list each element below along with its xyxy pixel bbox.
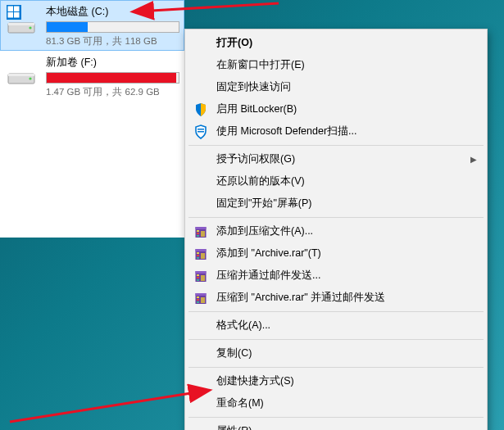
rar-icon (193, 224, 208, 239)
usage-fill (47, 73, 176, 83)
menu-item[interactable]: 格式化(A)... (187, 315, 485, 337)
menu-item[interactable]: 授予访问权限(G)▶ (187, 148, 485, 170)
menu-item-label: 在新窗口中打开(E) (216, 58, 477, 72)
drive-info: 本地磁盘 (C:)81.3 GB 可用，共 118 GB (46, 3, 179, 48)
menu-item-label: 固定到"开始"屏幕(P) (216, 197, 477, 210)
svg-rect-9 (8, 74, 34, 76)
svg-rect-18 (201, 231, 205, 237)
svg-rect-17 (197, 235, 199, 237)
usage-bar (46, 72, 179, 84)
svg-rect-28 (197, 277, 199, 278)
menu-item-label: 添加到 "Archive.rar"(T) (216, 247, 477, 260)
svg-rect-29 (197, 279, 199, 281)
svg-rect-6 (8, 23, 34, 25)
menu-item[interactable]: 压缩并通过邮件发送... (187, 265, 485, 287)
svg-line-39 (10, 393, 191, 422)
svg-rect-11 (198, 129, 204, 130)
drive-item[interactable]: 本地磁盘 (C:)81.3 GB 可用，共 118 GB (0, 0, 184, 51)
drive-name: 新加卷 (F:) (46, 56, 179, 70)
menu-item[interactable]: 打开(O) (187, 32, 485, 54)
menu-separator (188, 339, 484, 340)
menu-separator (188, 311, 484, 312)
menu-item-label: 打开(O) (216, 36, 477, 50)
menu-item-label: 属性(R) (216, 424, 477, 430)
svg-point-10 (29, 77, 31, 79)
svg-rect-14 (196, 227, 207, 229)
shield-blue-icon (193, 102, 208, 117)
menu-item[interactable]: 属性(R) (187, 420, 485, 430)
menu-item-label: 创建快捷方式(S) (216, 374, 477, 388)
svg-rect-21 (197, 252, 199, 254)
svg-rect-22 (197, 255, 199, 256)
menu-item-label: 固定到快速访问 (216, 80, 477, 94)
svg-rect-32 (196, 293, 207, 296)
drive-info: 新加卷 (F:)1.47 GB 可用，共 62.9 GB (46, 54, 179, 98)
svg-rect-23 (197, 257, 199, 259)
svg-rect-27 (197, 274, 199, 276)
menu-item-label: 使用 Microsoft Defender扫描... (216, 124, 477, 138)
svg-rect-20 (196, 249, 207, 251)
menu-item[interactable]: 创建快捷方式(S) (187, 370, 485, 392)
menu-item-label: 授予访问权限(G) (216, 152, 470, 166)
menu-separator (188, 367, 484, 368)
svg-rect-34 (197, 299, 199, 301)
svg-rect-16 (197, 233, 199, 234)
svg-rect-35 (197, 301, 199, 303)
svg-rect-1 (8, 7, 14, 12)
svg-rect-33 (197, 296, 199, 298)
menu-item-label: 还原以前的版本(V) (216, 174, 477, 188)
menu-item[interactable]: 复制(C) (187, 342, 485, 364)
menu-item-label: 压缩并通过邮件发送... (216, 269, 477, 283)
menu-item[interactable]: 压缩到 "Archive.rar" 并通过邮件发送 (187, 287, 485, 309)
svg-rect-24 (201, 253, 205, 259)
svg-rect-15 (197, 230, 199, 232)
chevron-right-icon: ▶ (470, 155, 477, 164)
menu-item-label: 格式化(A)... (216, 319, 477, 333)
menu-item-label: 添加到压缩文件(A)... (216, 224, 477, 238)
usage-fill (47, 22, 88, 32)
menu-item[interactable]: 添加到 "Archive.rar"(T) (187, 242, 485, 265)
menu-separator (188, 217, 484, 218)
blank-icon (193, 36, 208, 51)
drive-icon (5, 3, 38, 36)
drive-icon (5, 54, 38, 87)
menu-item[interactable]: 使用 Microsoft Defender扫描... (187, 120, 485, 143)
menu-item-label: 压缩到 "Archive.rar" 并通过邮件发送 (216, 291, 477, 305)
blank-icon (193, 346, 208, 361)
menu-item[interactable]: 添加到压缩文件(A)... (187, 220, 485, 242)
blank-icon (193, 80, 208, 95)
drive-stats: 81.3 GB 可用，共 118 GB (46, 35, 179, 48)
svg-rect-36 (201, 297, 205, 303)
menu-item[interactable]: 在新窗口中打开(E) (187, 54, 485, 76)
menu-item[interactable]: 还原以前的版本(V) (187, 170, 485, 192)
explorer-drives-panel: 本地磁盘 (C:)81.3 GB 可用，共 118 GB 新加卷 (F:)1.4… (0, 0, 184, 238)
menu-item-label: 重命名(M) (216, 396, 477, 410)
svg-rect-4 (14, 12, 20, 18)
drive-stats: 1.47 GB 可用，共 62.9 GB (46, 86, 179, 98)
blank-icon (193, 197, 208, 211)
rar-icon (193, 269, 208, 283)
blank-icon (193, 374, 208, 389)
blank-icon (193, 424, 208, 431)
drive-item[interactable]: 新加卷 (F:)1.47 GB 可用，共 62.9 GB (0, 51, 184, 102)
drive-context-menu: 打开(O)在新窗口中打开(E)固定到快速访问 启用 BitLocker(B) 使… (184, 29, 488, 430)
svg-rect-30 (201, 275, 205, 281)
shield-outline-icon (193, 124, 208, 139)
rar-icon (193, 247, 208, 261)
blank-icon (193, 174, 208, 189)
menu-item-label: 启用 BitLocker(B) (216, 102, 477, 116)
menu-separator (188, 417, 484, 418)
menu-separator (188, 145, 484, 146)
blank-icon (193, 58, 208, 73)
rar-icon (193, 291, 208, 306)
menu-item-label: 复制(C) (216, 346, 477, 360)
svg-rect-12 (198, 131, 204, 133)
menu-item[interactable]: 重命名(M) (187, 392, 485, 414)
blank-icon (193, 319, 208, 333)
svg-rect-3 (8, 12, 14, 18)
menu-item[interactable]: 启用 BitLocker(B) (187, 98, 485, 120)
menu-item[interactable]: 固定到"开始"屏幕(P) (187, 192, 485, 215)
blank-icon (193, 152, 208, 167)
menu-item[interactable]: 固定到快速访问 (187, 76, 485, 98)
usage-bar (46, 21, 179, 33)
